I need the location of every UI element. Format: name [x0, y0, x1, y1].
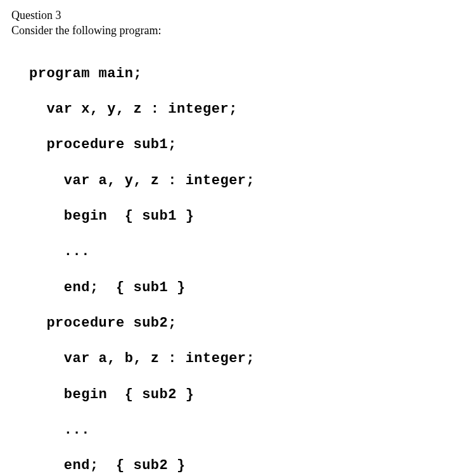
code-line: procedure sub2;	[29, 315, 442, 332]
question-label: Question 3	[11, 8, 442, 23]
code-line: program main;	[29, 65, 442, 83]
code-line: var a, y, z : integer;	[29, 172, 442, 190]
question-prompt: Consider the following program:	[11, 23, 442, 38]
code-line: ...	[29, 243, 442, 261]
code-line: var x, y, z : integer;	[29, 101, 442, 118]
code-line: begin { sub1 }	[29, 208, 442, 225]
code-line: var a, b, z : integer;	[29, 350, 442, 368]
code-line: end; { sub2 }	[29, 457, 442, 475]
code-block: program main; var x, y, z : integer; pro…	[29, 47, 442, 476]
code-line: ...	[29, 422, 442, 439]
question-header: Question 3 Consider the following progra…	[11, 8, 442, 39]
code-line: end; { sub1 }	[29, 279, 442, 297]
code-line: begin { sub2 }	[29, 386, 442, 404]
code-line: procedure sub1;	[29, 136, 442, 154]
